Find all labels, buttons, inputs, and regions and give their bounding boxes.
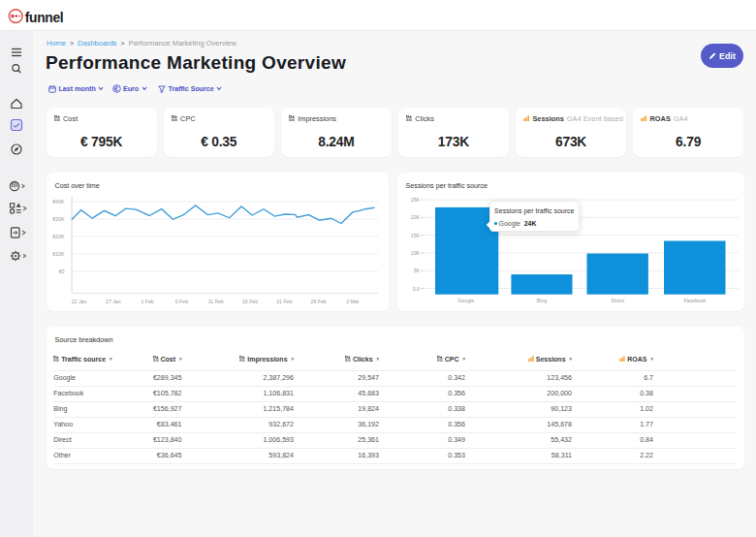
svg-text:2 Mar: 2 Mar <box>346 299 360 304</box>
svg-text:20K: 20K <box>410 214 420 220</box>
svg-text:26 Feb: 26 Feb <box>310 299 326 304</box>
svg-text:€40K: €40K <box>52 199 65 205</box>
svg-text:€10K: €10K <box>52 251 65 257</box>
svg-text:10K: 10K <box>410 250 420 256</box>
svg-text:5K: 5K <box>413 268 420 273</box>
svg-text:22 Jan: 22 Jan <box>71 299 86 304</box>
svg-text:Bing: Bing <box>536 298 546 303</box>
svg-text:11 Feb: 11 Feb <box>207 299 223 304</box>
svg-text:Direct: Direct <box>611 298 624 303</box>
svg-text:Google: Google <box>457 298 474 303</box>
svg-text:€0: €0 <box>58 268 64 274</box>
svg-text:21 Feb: 21 Feb <box>276 299 292 304</box>
svg-text:16 Feb: 16 Feb <box>241 299 257 304</box>
svg-text:25K: 25K <box>410 197 420 203</box>
svg-text:0.0: 0.0 <box>412 286 419 292</box>
svg-text:€20K: €20K <box>52 234 65 239</box>
svg-text:6 Feb: 6 Feb <box>174 299 187 304</box>
svg-text:15K: 15K <box>410 233 420 238</box>
svg-text:27 Jan: 27 Jan <box>106 299 121 304</box>
svg-text:Facebook: Facebook <box>683 298 706 303</box>
svg-text:1 Feb: 1 Feb <box>141 299 153 304</box>
svg-text:€30K: €30K <box>52 216 65 222</box>
